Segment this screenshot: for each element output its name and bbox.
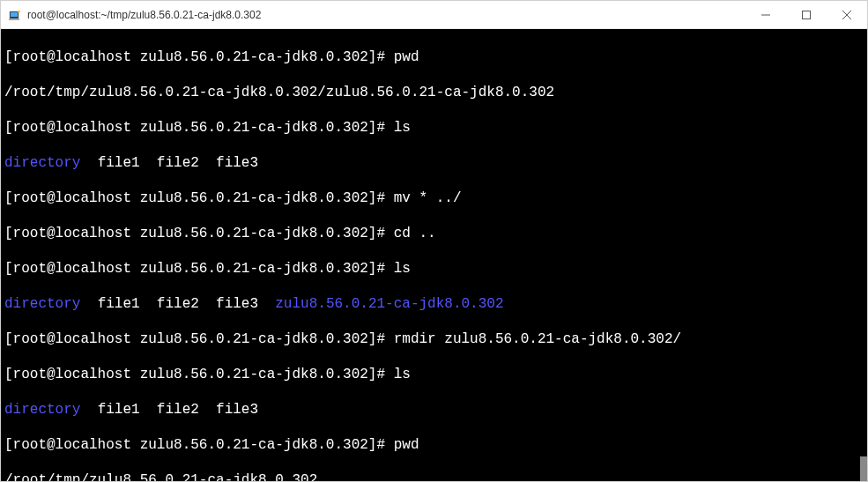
window-title: root@localhost:~/tmp/zulu8.56.0.21-ca-jd…: [27, 9, 746, 21]
command: ls: [394, 261, 411, 277]
terminal-line: [root@localhost zulu8.56.0.21-ca-jdk8.0.…: [4, 189, 864, 207]
prompt: [root@localhost zulu8.56.0.21-ca-jdk8.0.…: [4, 49, 394, 65]
directory-entry: directory: [4, 296, 80, 312]
output: /root/tmp/zulu8.56.0.21-ca-jdk8.0.302: [4, 472, 317, 481]
prompt: [root@localhost zulu8.56.0.21-ca-jdk8.0.…: [4, 367, 394, 382]
minimize-button[interactable]: [746, 1, 786, 28]
terminal-line: [root@localhost zulu8.56.0.21-ca-jdk8.0.…: [4, 225, 864, 242]
close-button[interactable]: [827, 1, 867, 28]
command: mv * ../: [394, 190, 462, 206]
maximize-button[interactable]: [786, 1, 827, 28]
file-entries: file1 file2 file3: [80, 402, 258, 418]
prompt: [root@localhost zulu8.56.0.21-ca-jdk8.0.…: [4, 437, 394, 453]
terminal-line: [root@localhost zulu8.56.0.21-ca-jdk8.0.…: [4, 119, 864, 137]
putty-icon: [8, 8, 22, 22]
prompt: [root@localhost zulu8.56.0.21-ca-jdk8.0.…: [4, 331, 394, 347]
terminal-line: directory file1 file2 file3: [4, 154, 864, 172]
svg-rect-1: [11, 12, 18, 17]
output: /root/tmp/zulu8.56.0.21-ca-jdk8.0.302/zu…: [4, 85, 554, 100]
prompt: [root@localhost zulu8.56.0.21-ca-jdk8.0.…: [4, 226, 394, 241]
command: pwd: [394, 437, 419, 453]
directory-entry: directory: [4, 155, 80, 171]
terminal-line: /root/tmp/zulu8.56.0.21-ca-jdk8.0.302: [4, 471, 864, 481]
directory-entry: directory: [4, 402, 80, 418]
terminal-line: directory file1 file2 file3: [4, 401, 864, 419]
terminal-line: directory file1 file2 file3 zulu8.56.0.2…: [4, 295, 864, 313]
terminal-area[interactable]: [root@localhost zulu8.56.0.21-ca-jdk8.0.…: [1, 29, 867, 481]
svg-rect-5: [803, 11, 811, 19]
terminal-line: [root@localhost zulu8.56.0.21-ca-jdk8.0.…: [4, 330, 864, 348]
terminal-line: [root@localhost zulu8.56.0.21-ca-jdk8.0.…: [4, 260, 864, 278]
prompt: [root@localhost zulu8.56.0.21-ca-jdk8.0.…: [4, 261, 394, 277]
prompt: [root@localhost zulu8.56.0.21-ca-jdk8.0.…: [4, 120, 394, 136]
command: rmdir zulu8.56.0.21-ca-jdk8.0.302/: [394, 331, 681, 347]
terminal-line: [root@localhost zulu8.56.0.21-ca-jdk8.0.…: [4, 436, 864, 454]
terminal-line: [root@localhost zulu8.56.0.21-ca-jdk8.0.…: [4, 48, 864, 66]
svg-rect-2: [18, 11, 20, 12]
prompt: [root@localhost zulu8.56.0.21-ca-jdk8.0.…: [4, 190, 394, 206]
scrollbar-thumb[interactable]: [860, 456, 867, 481]
command: ls: [394, 367, 411, 382]
command: ls: [394, 120, 411, 136]
svg-rect-3: [9, 19, 19, 20]
directory-entry: zulu8.56.0.21-ca-jdk8.0.302: [275, 296, 503, 312]
command: cd ..: [394, 226, 436, 241]
file-entries: file1 file2 file3: [80, 155, 258, 171]
window-controls: [746, 1, 867, 28]
file-entries: file1 file2 file3: [80, 296, 275, 312]
terminal-line: [root@localhost zulu8.56.0.21-ca-jdk8.0.…: [4, 366, 864, 383]
titlebar[interactable]: root@localhost:~/tmp/zulu8.56.0.21-ca-jd…: [1, 1, 867, 29]
command: pwd: [394, 49, 419, 65]
terminal-line: /root/tmp/zulu8.56.0.21-ca-jdk8.0.302/zu…: [4, 84, 864, 101]
terminal-window: root@localhost:~/tmp/zulu8.56.0.21-ca-jd…: [0, 0, 868, 482]
